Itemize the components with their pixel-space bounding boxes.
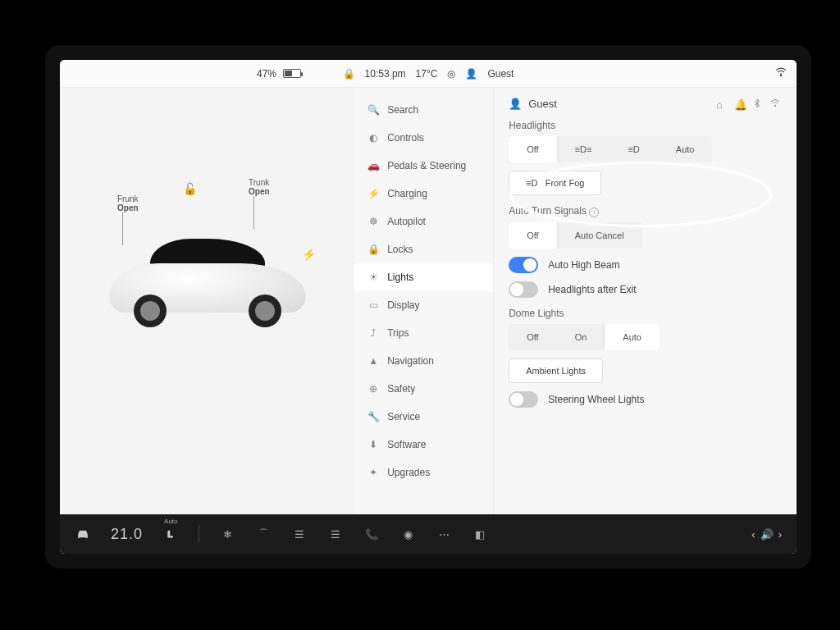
dome-segment: Off On Auto — [509, 324, 660, 350]
auto-signals-auto-cancel[interactable]: Auto Cancel — [557, 222, 642, 249]
ambient-lights-button[interactable]: Ambient Lights — [509, 358, 603, 383]
svg-point-0 — [780, 75, 781, 76]
svg-point-1 — [774, 105, 776, 107]
sentry-icon[interactable]: ⌂ — [716, 98, 728, 110]
trunk-state: Open — [249, 187, 270, 196]
info-icon[interactable]: i — [589, 208, 599, 217]
screen: 47% 🔒 10:53 pm 17°C ◎ 👤 Guest Frunk Open — [60, 60, 797, 554]
bluetooth-icon[interactable] — [752, 98, 764, 110]
auto-high-beam-toggle[interactable] — [509, 257, 538, 273]
trunk-label: Trunk — [249, 178, 270, 187]
wifi-icon[interactable] — [770, 98, 782, 110]
wiper-icon[interactable]: ⌒ — [255, 526, 272, 542]
profile-icon[interactable]: 👤 — [509, 98, 522, 110]
settings-pane: 🔍Search ◐Controls 🚗Pedals & Steering ⚡Ch… — [354, 88, 797, 514]
outside-temp: 17°C — [416, 68, 438, 80]
lights-icon: ☀ — [368, 272, 379, 283]
volume-up-icon[interactable]: › — [778, 528, 782, 541]
panel-header: 👤 Guest ⌂ 🔔 — [509, 98, 782, 110]
sidebar-item-trips[interactable]: ⤴Trips — [354, 319, 493, 347]
sidebar-item-locks[interactable]: 🔒Locks — [354, 235, 493, 263]
frunk-label: Frunk — [117, 194, 139, 203]
unlock-icon: 🔓 — [183, 182, 197, 195]
profile-name[interactable]: Guest — [487, 68, 514, 80]
profile-icon[interactable]: 👤 — [465, 68, 477, 80]
locks-icon: 🔒 — [368, 244, 379, 255]
notifications-icon[interactable]: 🔔 — [734, 98, 746, 110]
sidebar-item-controls[interactable]: ◐Controls — [354, 124, 493, 152]
lock-icon[interactable]: 🔒 — [343, 68, 355, 80]
camera-icon[interactable]: ◉ — [399, 526, 416, 542]
sidebar-item-safety[interactable]: ⊕Safety — [354, 375, 493, 403]
more-icon[interactable]: ⋯ — [436, 526, 452, 542]
front-fog-button[interactable]: ≡D Front Fog — [509, 171, 601, 195]
trunk-callout[interactable]: Trunk Open — [249, 178, 270, 229]
sidebar-item-pedals[interactable]: 🚗Pedals & Steering — [354, 152, 493, 180]
sidebar-item-display[interactable]: ▭Display — [354, 291, 493, 319]
steering-wheel-lights-label: Steering Wheel Lights — [548, 394, 644, 405]
airbag-icon: ◎ — [447, 68, 455, 80]
apps-icon[interactable]: ◧ — [472, 526, 488, 542]
seat-heater-icon[interactable]: Auto — [162, 526, 179, 542]
cabin-temp[interactable]: 21.0 — [111, 526, 143, 543]
steering-wheel-lights-toggle[interactable] — [509, 391, 538, 408]
lights-panel: 👤 Guest ⌂ 🔔 Headlights Off ≡D≡ — [494, 88, 797, 514]
headlights-segment: Off ≡D≡ ≡D Auto — [509, 136, 712, 162]
software-icon: ⬇ — [368, 439, 379, 450]
settings-sidebar: 🔍Search ◐Controls 🚗Pedals & Steering ⚡Ch… — [354, 88, 494, 514]
battery-percent: 47% — [257, 68, 276, 80]
defrost-rear-icon[interactable]: ☰ — [291, 526, 308, 542]
bottom-dock: 21.0 Auto ❄ ⌒ ☰ ☰ 📞 ◉ ⋯ ◧ ‹ 🔊 › — [60, 514, 797, 554]
sidebar-item-lights[interactable]: ☀Lights — [354, 263, 493, 291]
service-icon: 🔧 — [368, 411, 379, 422]
auto-signals-label: Auto Turn Signals i — [509, 205, 782, 217]
auto-high-beam-row: Auto High Beam — [509, 257, 782, 273]
charging-icon: ⚡ — [368, 188, 379, 199]
panel-profile-name[interactable]: Guest — [528, 98, 557, 110]
headlights-label: Headlights — [509, 120, 782, 131]
headlights-on[interactable]: ≡D — [609, 136, 657, 162]
trips-icon: ⤴ — [368, 327, 379, 339]
headlights-after-exit-toggle[interactable] — [509, 281, 538, 298]
headlights-after-exit-label: Headlights after Exit — [548, 284, 636, 295]
status-bar: 47% 🔒 10:53 pm 17°C ◎ 👤 Guest — [60, 60, 797, 88]
autopilot-icon: ☸ — [368, 216, 379, 227]
display-icon: ▭ — [368, 299, 379, 311]
sidebar-item-software[interactable]: ⬇Software — [354, 431, 493, 459]
headlights-off[interactable]: Off — [509, 136, 556, 162]
phone-icon[interactable]: 📞 — [363, 526, 380, 542]
pedals-icon: 🚗 — [368, 160, 379, 171]
sidebar-item-search[interactable]: 🔍Search — [354, 96, 493, 124]
auto-high-beam-label: Auto High Beam — [548, 259, 619, 271]
volume-down-icon[interactable]: ‹ — [751, 528, 755, 541]
sidebar-item-service[interactable]: 🔧Service — [354, 403, 493, 431]
sidebar-item-upgrades[interactable]: ✦Upgrades — [354, 459, 493, 486]
navigation-icon: ▲ — [368, 355, 379, 367]
screen-bezel: 47% 🔒 10:53 pm 17°C ◎ 👤 Guest Frunk Open — [45, 45, 811, 568]
content-area: Frunk Open Trunk Open 🔓 ⚡ 🔍Search — [60, 88, 797, 514]
dome-off[interactable]: Off — [509, 324, 556, 350]
search-icon: 🔍 — [368, 104, 379, 116]
safety-icon: ⊕ — [368, 383, 379, 395]
steering-wheel-lights-row: Steering Wheel Lights — [509, 391, 782, 408]
sidebar-item-navigation[interactable]: ▲Navigation — [354, 347, 493, 375]
fog-icon: ≡D — [526, 178, 537, 188]
auto-signals-off[interactable]: Off — [509, 222, 556, 249]
headlights-parking[interactable]: ≡D≡ — [557, 136, 610, 162]
dock-divider — [199, 525, 199, 543]
wifi-icon[interactable] — [775, 66, 787, 80]
battery-icon — [283, 69, 301, 78]
dome-label: Dome Lights — [509, 308, 782, 319]
defrost-front-icon[interactable]: ❄ — [219, 526, 235, 542]
dome-on[interactable]: On — [557, 324, 605, 350]
sidebar-item-charging[interactable]: ⚡Charging — [354, 180, 493, 208]
volume-control[interactable]: ‹ 🔊 › — [751, 528, 782, 541]
fan-icon[interactable]: ☰ — [327, 526, 344, 542]
car-icon[interactable] — [75, 526, 91, 542]
dome-auto[interactable]: Auto — [605, 324, 660, 350]
vehicle-visualization-pane: Frunk Open Trunk Open 🔓 ⚡ — [60, 88, 354, 514]
headlights-auto[interactable]: Auto — [658, 136, 713, 162]
sidebar-item-autopilot[interactable]: ☸Autopilot — [354, 208, 493, 235]
volume-icon[interactable]: 🔊 — [760, 528, 774, 541]
headlights-after-exit-row: Headlights after Exit — [509, 281, 782, 298]
